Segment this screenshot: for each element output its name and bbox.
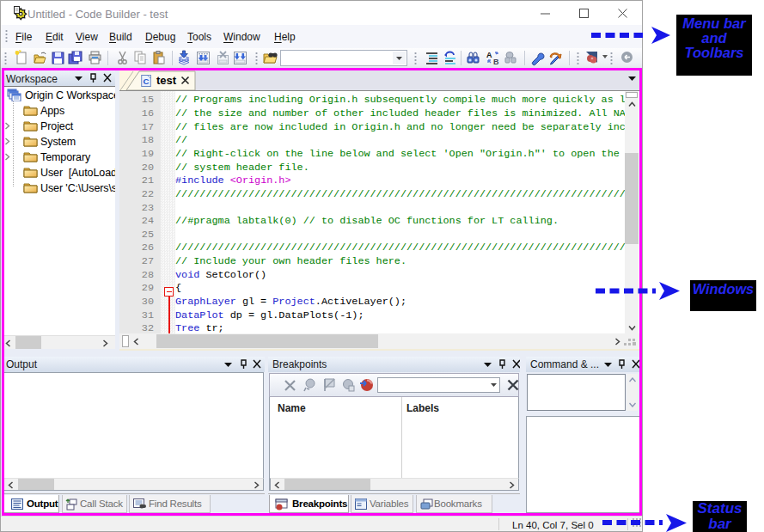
svg-text:C: C xyxy=(144,76,150,86)
svg-text:A: A xyxy=(486,51,492,59)
svg-text:B: B xyxy=(493,58,499,66)
